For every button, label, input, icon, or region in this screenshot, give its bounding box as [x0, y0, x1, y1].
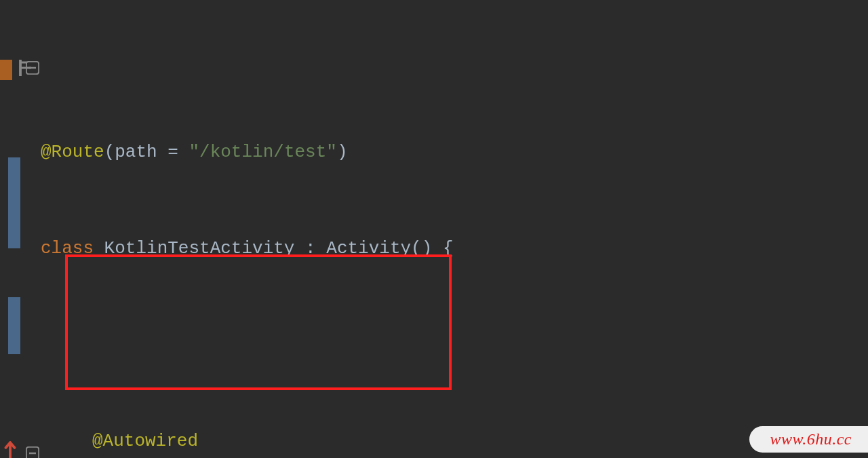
change-marker-modified — [0, 60, 12, 80]
code-editor[interactable]: = wuyue @Route(path = "/kotlin/test") cl… — [0, 0, 868, 458]
string-literal: "/kotlin/test" — [189, 142, 336, 162]
editor-gutter — [0, 0, 38, 458]
vcs-arrow-icon — [4, 439, 16, 458]
code-line[interactable]: class KotlinTestActivity : Activity() { — [38, 231, 868, 266]
code-line-partial: = wuyue — [38, 61, 868, 73]
code-line[interactable]: @Route(path = "/kotlin/test") — [38, 134, 868, 170]
change-marker-added — [8, 157, 20, 248]
code-line-blank[interactable] — [38, 327, 868, 362]
keyword-class: class — [41, 238, 94, 259]
annotation-route: @Route — [41, 142, 104, 162]
annotation-autowired: @Autowired — [92, 431, 198, 451]
change-marker-added — [8, 297, 20, 354]
highlight-box — [65, 254, 452, 390]
class-name: KotlinTestActivity — [94, 238, 305, 259]
watermark-badge: www.6hu.cc — [749, 426, 868, 453]
fold-minus-icon[interactable] — [26, 61, 39, 75]
code-content[interactable]: = wuyue @Route(path = "/kotlin/test") cl… — [38, 0, 868, 458]
code-line[interactable]: @Autowired — [38, 423, 868, 458]
fold-minus-icon[interactable] — [26, 446, 39, 458]
